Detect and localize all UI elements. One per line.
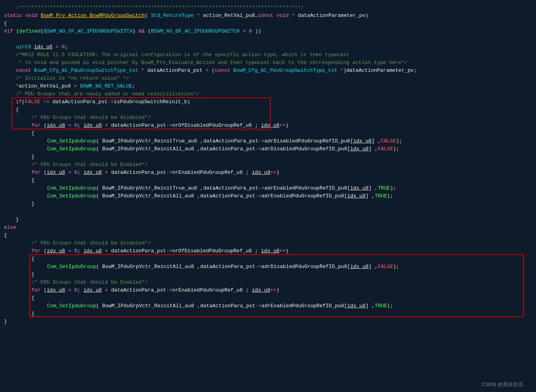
code-text: /* PDU Groups that are newly added or ne… [16, 90, 199, 98]
code-line: for (idx_u8 = 0; idx_u8 < dataActionPara… [0, 286, 536, 294]
code-text: /* Initialize to "no return value" */ [16, 75, 129, 82]
code-line: { [0, 232, 536, 239]
code-line: for (idx_u8 = 0; idx_u8 < dataActionPara… [0, 247, 536, 255]
code-text: { [16, 106, 19, 114]
code-text: Com_SetIpduGroup( BswM_IPduGrpVctr_Reini… [47, 137, 402, 145]
code-text: for (idx_u8 = 0; idx_u8 < dataActionPara… [31, 169, 279, 177]
code-text: } [31, 310, 35, 318]
code-text: { [31, 129, 35, 137]
code-line [0, 208, 536, 216]
code-text: for (idx_u8 = 0; idx_u8 < dataActionPara… [31, 286, 279, 294]
code-line: /* PDU Groups that should be disabled*/ [0, 239, 536, 247]
code-line: /* PDU Groups that should be Enabled*/ [0, 279, 536, 286]
code-line: if(FALSE != dataActionPara_pst->isPduGro… [0, 98, 536, 106]
code-text: Com_SetIpduGroup( BswM_IPduGrpVctr_Reini… [47, 145, 399, 153]
code-text: for (idx_u8 = 0; idx_u8 < dataActionPara… [31, 247, 289, 255]
code-line: } [0, 318, 536, 326]
code-text [4, 35, 7, 43]
code-text: if(FALSE != dataActionPara_pst->isPduGro… [16, 98, 190, 106]
code-line: { [0, 255, 536, 263]
code-line: *action_RetVal_pu8 = BSWM_NO_RET_VALUE; [0, 82, 536, 90]
code-text: { [31, 255, 35, 263]
code-line: { [0, 129, 536, 137]
code-line: const BswM_Cfg_AC_PduGroupSwitchType_tst… [0, 67, 536, 75]
code-text: /* PDU Groups that should be Enabled*/ [31, 279, 148, 286]
code-text: { [4, 232, 7, 239]
code-line: for (idx_u8 = 0; idx_u8 < dataActionPara… [0, 122, 536, 129]
code-line: /*MR12 RULE 11.5 VIOLATION: The original… [0, 51, 536, 59]
code-text: #if (defined(BSWM_NO_OF_AC_IPDUGROUPSWIT… [4, 27, 261, 35]
code-line: * to void and passed as void pointer by … [0, 59, 536, 67]
footer: CSDN @美好生活、 [481, 381, 528, 388]
code-line: #if (defined(BSWM_NO_OF_AC_IPDUGROUPSWIT… [0, 27, 536, 35]
code-line: Com_SetIpduGroup( BswM_IPduGrpVctr_Reini… [0, 263, 536, 271]
footer-text: CSDN @美好生活、 [481, 381, 528, 387]
code-line: Com_SetIpduGroup( BswM_IPduGrpVctr_Reini… [0, 184, 536, 192]
code-line: Com_SetIpduGroup( BswM_IPduGrpVctr_Reini… [0, 302, 536, 310]
code-text: } [31, 271, 35, 279]
code-text: *action_RetVal_pu8 = BSWM_NO_RET_VALUE; [16, 82, 135, 90]
code-text: } [4, 318, 7, 326]
code-text: /* PDU Groups that should be disabled*/ [31, 239, 151, 247]
code-line: } [0, 271, 536, 279]
code-text: { [4, 20, 7, 27]
code-text: /* PDU Groups that should be disabled*/ [31, 114, 151, 122]
code-line: static void BswM_Prv_Action_BswMPduGroup… [0, 12, 536, 20]
code-text: const BswM_Cfg_AC_PduGroupSwitchType_tst… [16, 67, 417, 75]
code-line: { [0, 20, 536, 27]
code-text: { [31, 177, 35, 184]
code-text: uint8 idx_u8 = 0; [16, 43, 68, 51]
code-line: } [0, 310, 536, 318]
code-line: { [0, 106, 536, 114]
code-text: /* PDU Groups that should be Enabled*/ [31, 161, 148, 169]
code-text: } [31, 200, 35, 208]
code-text: } [31, 153, 35, 161]
code-line: /* PDU Groups that are newly added or ne… [0, 90, 536, 98]
code-line: } [0, 153, 536, 161]
code-line: for (idx_u8 = 0; idx_u8 < dataActionPara… [0, 169, 536, 177]
code-line: /***************************************… [0, 4, 536, 12]
code-line: uint8 idx_u8 = 0; [0, 43, 536, 51]
code-line: else [0, 224, 536, 232]
code-line: /* PDU Groups that should be disabled*/ [0, 114, 536, 122]
code-text: /***************************************… [4, 4, 304, 12]
code-container: /***************************************… [0, 0, 536, 392]
code-line: } [0, 200, 536, 208]
code-line: Com_SetIpduGroup( BswM_IPduGrpVctr_Reini… [0, 137, 536, 145]
code-text: * to void and passed as void pointer by … [16, 59, 408, 67]
code-line: Com_SetIpduGroup( BswM_IPduGrpVctr_Reini… [0, 192, 536, 200]
code-text: { [31, 294, 35, 302]
code-text: for (idx_u8 = 0; idx_u8 < dataActionPara… [31, 122, 289, 129]
code-text [4, 208, 7, 216]
code-line: { [0, 294, 536, 302]
code-text: Com_SetIpduGroup( BswM_IPduGrpVctr_Reini… [47, 263, 399, 271]
code-text: } [16, 216, 19, 224]
code-line: Com_SetIpduGroup( BswM_IPduGrpVctr_Reini… [0, 145, 536, 153]
code-line [0, 35, 536, 43]
code-text: Com_SetIpduGroup( BswM_IPduGrpVctr_Reini… [47, 184, 396, 192]
code-text: Com_SetIpduGroup( BswM_IPduGrpVctr_Reini… [47, 192, 393, 200]
code-text: Com_SetIpduGroup( BswM_IPduGrpVctr_Reini… [47, 302, 393, 310]
code-text: else [4, 224, 16, 232]
code-line: /* PDU Groups that should be Enabled*/ [0, 161, 536, 169]
code-line: /* Initialize to "no return value" */ [0, 75, 536, 82]
code-line: { [0, 177, 536, 184]
code-text: /*MR12 RULE 11.5 VIOLATION: The original… [16, 51, 349, 59]
code-line: } [0, 216, 536, 224]
code-text: static void BswM_Prv_Action_BswMPduGroup… [4, 12, 368, 20]
